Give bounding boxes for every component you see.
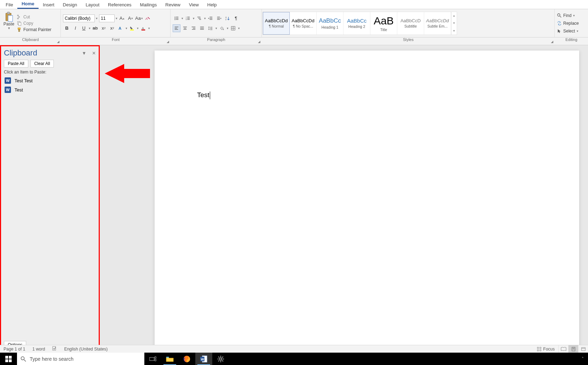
numbering-button[interactable]: 123 xyxy=(184,14,192,22)
font-size-combo[interactable] xyxy=(99,14,115,22)
clear-all-button[interactable]: Clear All xyxy=(30,60,54,67)
clipboard-item-1[interactable]: WTest xyxy=(1,85,99,94)
settings-taskbar[interactable] xyxy=(212,353,229,365)
align-right-button[interactable] xyxy=(190,24,197,32)
status-language[interactable]: English (United States) xyxy=(60,347,111,352)
chevron-down-icon[interactable]: ▾ xyxy=(204,17,206,20)
firefox-taskbar[interactable] xyxy=(178,353,195,365)
tab-file[interactable]: File xyxy=(1,1,17,9)
borders-button[interactable] xyxy=(229,24,237,32)
tab-home[interactable]: Home xyxy=(17,0,39,9)
pane-options-dropdown[interactable]: ▼ xyxy=(82,51,86,56)
shrink-font-button[interactable]: A▾ xyxy=(127,14,134,22)
tab-references[interactable]: References xyxy=(104,1,136,9)
dialog-launcher-icon[interactable]: ◢ xyxy=(257,40,261,44)
font-color-button[interactable]: A xyxy=(139,24,147,32)
dialog-launcher-icon[interactable]: ◢ xyxy=(166,40,170,44)
chevron-down-icon[interactable]: ▾ xyxy=(181,17,183,20)
chevron-down-icon[interactable]: ▾ xyxy=(116,17,117,20)
paste-button[interactable]: Paste ▼ xyxy=(2,11,16,36)
clear-formatting-button[interactable]: A xyxy=(144,14,151,22)
styles-scroll-0[interactable]: ▴ xyxy=(451,12,457,19)
document-text[interactable]: Test xyxy=(197,91,210,99)
style-card-2[interactable]: AaBbCcHeading 1 xyxy=(317,12,344,35)
tab-insert[interactable]: Insert xyxy=(39,1,59,9)
status-page[interactable]: Page 1 of 1 xyxy=(0,347,29,352)
tab-layout[interactable]: Layout xyxy=(81,1,104,9)
tab-mailings[interactable]: Mailings xyxy=(136,1,161,9)
pane-close-button[interactable]: ✕ xyxy=(92,51,96,56)
dialog-launcher-icon[interactable]: ◢ xyxy=(56,40,60,44)
bold-button[interactable]: B xyxy=(63,24,71,32)
tab-design[interactable]: Design xyxy=(59,1,81,9)
sort-button[interactable]: AZ xyxy=(224,14,231,22)
subscript-button[interactable]: x2 xyxy=(100,24,108,32)
document-page[interactable]: Test xyxy=(155,51,579,353)
replace-button[interactable]: Replace xyxy=(557,20,579,27)
cut-button[interactable]: Cut xyxy=(17,14,51,19)
clipboard-item-0[interactable]: WTest Test xyxy=(1,76,99,85)
chevron-down-icon[interactable]: ▾ xyxy=(148,27,150,30)
bullets-button[interactable] xyxy=(173,14,180,22)
styles-scroll-2[interactable]: ▾ xyxy=(451,27,457,34)
format-painter-button[interactable]: Format Painter xyxy=(17,27,51,32)
chevron-down-icon[interactable]: ▾ xyxy=(89,27,91,30)
highlight-button[interactable] xyxy=(128,24,136,32)
chevron-down-icon[interactable]: ▾ xyxy=(573,14,575,17)
chevron-down-icon[interactable]: ▾ xyxy=(137,27,139,30)
chevron-down-icon[interactable]: ▾ xyxy=(193,17,195,20)
task-view-button[interactable] xyxy=(144,353,161,365)
chevron-down-icon[interactable]: ▾ xyxy=(126,27,127,30)
print-layout-button[interactable] xyxy=(568,345,578,353)
style-card-5[interactable]: AaBbCcDSubtitle xyxy=(397,12,424,35)
change-case-button[interactable]: Aa▾ xyxy=(135,14,143,22)
superscript-button[interactable]: x2 xyxy=(108,24,116,32)
find-button[interactable]: Find ▾ xyxy=(557,12,579,19)
italic-button[interactable]: I xyxy=(71,24,79,32)
style-card-3[interactable]: AaBbCcHeading 2 xyxy=(344,12,370,35)
word-taskbar[interactable]: W xyxy=(195,353,212,365)
status-focus[interactable]: Focus xyxy=(533,347,558,352)
line-spacing-button[interactable] xyxy=(207,24,214,32)
style-card-4[interactable]: AaBTitle xyxy=(370,12,397,35)
strikethrough-button[interactable]: ab xyxy=(91,24,99,32)
align-left-button[interactable] xyxy=(173,24,180,32)
style-card-1[interactable]: AaBbCcDd¶ No Spac... xyxy=(290,12,317,35)
chevron-down-icon[interactable]: ▾ xyxy=(96,17,98,20)
grow-font-button[interactable]: A▴ xyxy=(118,14,126,22)
styles-gallery[interactable]: AaBbCcDd¶ NormalAaBbCcDd¶ No Spac...AaBb… xyxy=(263,12,457,35)
file-explorer-taskbar[interactable] xyxy=(161,353,178,365)
copy-button[interactable]: Copy xyxy=(17,21,51,26)
paste-all-button[interactable]: Paste All xyxy=(4,60,28,67)
chevron-down-icon[interactable]: ▾ xyxy=(577,29,578,33)
shading-button[interactable] xyxy=(218,24,226,32)
tab-view[interactable]: View xyxy=(185,1,203,9)
status-word-count[interactable]: 1 word xyxy=(29,347,48,352)
tab-review[interactable]: Review xyxy=(161,1,185,9)
taskbar-search[interactable]: Type here to search xyxy=(17,353,144,365)
tab-help[interactable]: Help xyxy=(203,1,221,9)
style-card-6[interactable]: AaBbCcDdSubtle Em... xyxy=(424,12,451,35)
select-button[interactable]: Select ▾ xyxy=(557,28,579,35)
status-proofing[interactable] xyxy=(48,346,60,352)
chevron-down-icon[interactable]: ▾ xyxy=(238,27,240,30)
dialog-launcher-icon[interactable]: ◢ xyxy=(550,40,554,44)
web-layout-button[interactable] xyxy=(578,345,588,353)
align-center-button[interactable] xyxy=(181,24,189,32)
document-area[interactable]: Test xyxy=(100,45,588,353)
styles-scroll-1[interactable]: ▾ xyxy=(451,19,457,27)
justify-button[interactable] xyxy=(198,24,206,32)
chevron-down-icon[interactable]: ▾ xyxy=(215,27,217,30)
multilevel-list-button[interactable] xyxy=(195,14,203,22)
text-effects-button[interactable]: A xyxy=(117,24,125,32)
increase-indent-button[interactable] xyxy=(215,14,223,22)
show-hidden-icons[interactable]: ˄ xyxy=(577,357,588,361)
chevron-down-icon[interactable]: ▾ xyxy=(227,27,229,30)
decrease-indent-button[interactable] xyxy=(207,14,214,22)
show-marks-button[interactable]: ¶ xyxy=(232,14,240,22)
font-name-combo[interactable] xyxy=(63,14,95,22)
start-button[interactable] xyxy=(0,353,17,365)
style-card-0[interactable]: AaBbCcDd¶ Normal xyxy=(263,12,290,35)
underline-button[interactable]: U xyxy=(80,24,88,32)
read-mode-button[interactable] xyxy=(558,345,568,353)
